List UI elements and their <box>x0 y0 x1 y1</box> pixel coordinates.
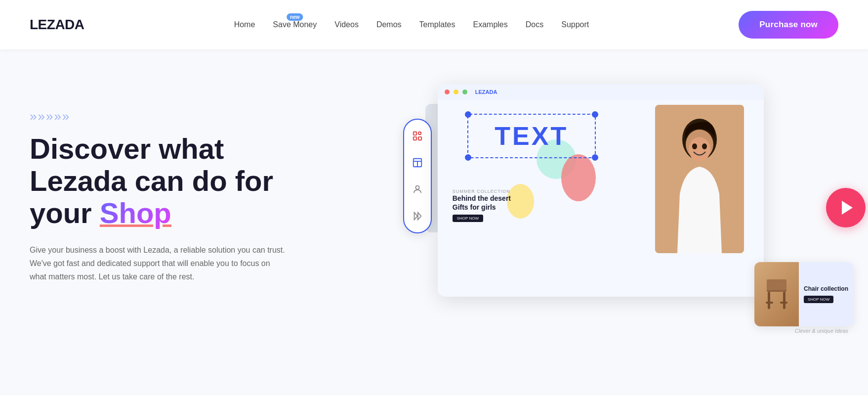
nav-item-demos[interactable]: Demos <box>376 20 402 29</box>
svg-rect-3 <box>413 137 416 140</box>
svg-rect-19 <box>783 292 785 309</box>
second-preview-card: Chair collection SHOP NOW <box>754 262 853 326</box>
second-card-text-block: Chair collection SHOP NOW <box>799 280 853 309</box>
nav-item-save-money[interactable]: new Save Money <box>273 20 317 29</box>
hero-title-line3: your <box>30 197 100 229</box>
dot-red <box>445 89 450 94</box>
clever-label: Clever & unique Ideas <box>795 328 848 334</box>
purchase-now-button[interactable]: Purchase now <box>739 11 838 39</box>
shop-now-small-button[interactable]: SHOP NOW <box>453 215 483 222</box>
nav-links: Home new Save Money Videos Demos Templat… <box>234 20 589 29</box>
hero-title-line1: Discover what <box>30 133 224 165</box>
play-triangle-icon <box>842 201 853 215</box>
chair-collection-title: Chair collection <box>804 285 848 293</box>
svg-rect-2 <box>418 137 421 140</box>
nav-item-templates[interactable]: Templates <box>419 20 455 29</box>
settings-icon[interactable] <box>410 129 425 143</box>
hero-right: LEZADA TEXT SUMMER COLLECTION <box>438 79 838 336</box>
svg-marker-9 <box>418 213 421 220</box>
svg-rect-17 <box>767 279 786 290</box>
hero-highlight-word: Shop <box>100 197 171 229</box>
hero-title-line2: Lezada can do for <box>30 165 273 197</box>
sidebar-icons-panel <box>403 119 432 233</box>
new-badge: new <box>287 13 303 21</box>
navbar: LEZADA Home new Save Money Videos Demos … <box>0 0 868 49</box>
preview-brand-label: LEZADA <box>475 89 497 95</box>
forward-icon[interactable] <box>410 209 425 223</box>
preview-top-bar: LEZADA <box>438 84 764 100</box>
chair-image <box>754 262 799 326</box>
nav-item-videos[interactable]: Videos <box>334 20 359 29</box>
corner-dot-bl <box>465 154 471 161</box>
svg-point-13 <box>689 137 710 162</box>
svg-rect-20 <box>766 302 773 304</box>
shape-coral-oval <box>561 154 596 201</box>
corner-dot-tr <box>592 111 598 118</box>
nav-item-examples[interactable]: Examples <box>473 20 508 29</box>
dot-yellow <box>454 89 458 94</box>
svg-rect-18 <box>768 292 770 309</box>
text-selection-overlay: TEXT <box>467 114 596 158</box>
logo: LEZADA <box>30 17 84 33</box>
layout-icon[interactable] <box>410 155 425 170</box>
hero-description: Give your business a boost with Lezada, … <box>30 243 287 284</box>
svg-point-1 <box>418 132 421 135</box>
preview-content-area: TEXT SUMMER COLLECTION Behind the desert… <box>438 100 764 297</box>
product-text: SUMMER COLLECTION Behind the desert Gift… <box>453 189 511 222</box>
hero-arrows: »»»»» <box>30 109 418 124</box>
main-preview-card: LEZADA TEXT SUMMER COLLECTION <box>438 84 764 297</box>
svg-rect-21 <box>780 302 787 304</box>
hero-title: Discover what Lezada can do for your Sho… <box>30 133 418 229</box>
hero-left: »»»»» Discover what Lezada can do for yo… <box>30 79 418 283</box>
nav-item-home[interactable]: Home <box>234 20 255 29</box>
hero-section: »»»»» Discover what Lezada can do for yo… <box>0 49 868 396</box>
chair-shop-button[interactable]: SHOP NOW <box>804 296 833 303</box>
svg-point-14 <box>692 143 697 149</box>
dot-green <box>462 89 467 94</box>
corner-dot-tl <box>465 111 471 118</box>
svg-marker-8 <box>414 213 417 220</box>
nav-item-support[interactable]: Support <box>561 20 589 29</box>
svg-point-7 <box>415 186 419 189</box>
product-title-line2: Gifts for girls <box>453 203 511 212</box>
shape-yellow-oval <box>507 184 534 219</box>
nav-item-docs[interactable]: Docs <box>526 20 543 29</box>
svg-rect-0 <box>413 132 416 135</box>
svg-point-15 <box>702 143 707 149</box>
play-button[interactable] <box>826 188 866 227</box>
product-collection-label: SUMMER COLLECTION <box>453 189 511 194</box>
user-icon[interactable] <box>410 182 425 197</box>
selected-text-label: TEXT <box>495 121 568 151</box>
product-title-line1: Behind the desert <box>453 194 511 203</box>
person-image <box>655 105 744 253</box>
corner-dot-br <box>592 154 598 161</box>
